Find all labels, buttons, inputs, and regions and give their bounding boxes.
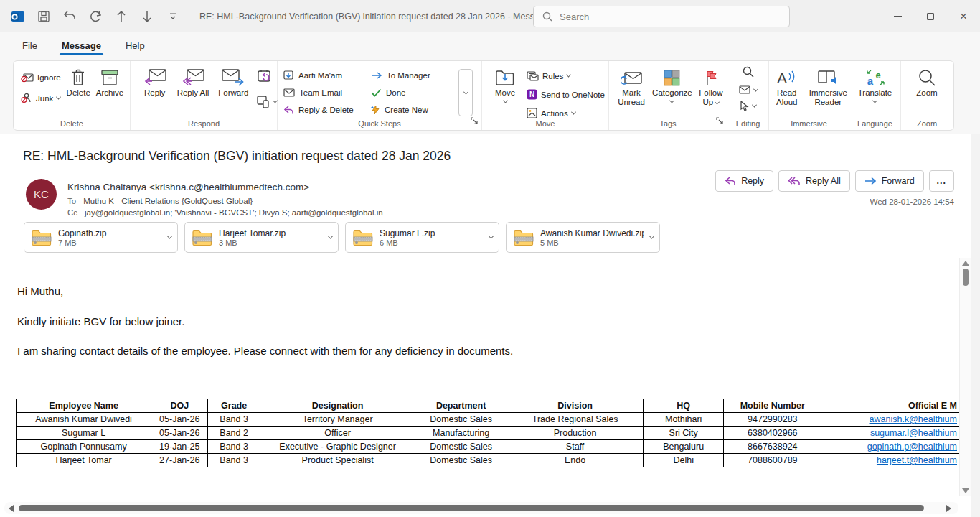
email-link[interactable]: awanish.k@healthium xyxy=(870,414,957,424)
table-row: Sugumar L 05-Jan-26 Band 2 Officer Manuf… xyxy=(17,427,960,440)
cell-mobile: 9472990283 xyxy=(724,413,821,427)
chevron-down-icon[interactable] xyxy=(328,234,333,239)
junk-button[interactable]: Junk xyxy=(21,90,61,106)
cell-doj: 05-Jan-26 xyxy=(151,427,208,440)
attachment-name: Harjeet Tomar.zip xyxy=(219,228,323,238)
ribbon-panel: Ignore Junk Delete Archive Delete xyxy=(13,60,954,131)
mark-unread-button[interactable]: Mark Unread xyxy=(613,65,649,107)
save-icon[interactable] xyxy=(36,9,52,24)
svg-text:e: e xyxy=(875,70,880,80)
to-recipients[interactable]: Muthu K - Client Relations {GoldQuest Gl… xyxy=(83,197,253,205)
rules-button[interactable]: Rules xyxy=(527,67,605,84)
cell-doj: 19-Jan-25 xyxy=(151,440,208,454)
sender-line[interactable]: Krishna Chaitanya <krishna.c@healthiumme… xyxy=(67,182,309,192)
col-department: Department xyxy=(415,399,507,413)
attachment-chip[interactable]: Awanish Kumar Dwivedi.zip 5 MB xyxy=(506,222,660,253)
quick-steps-dialog-launcher[interactable] xyxy=(471,114,478,127)
attachment-size: 3 MB xyxy=(219,238,323,247)
chevron-down-icon[interactable] xyxy=(649,234,654,239)
horizontal-scroll-thumb[interactable] xyxy=(19,505,924,511)
read-aloud-button[interactable]: A Read Aloud xyxy=(769,65,805,107)
forward-header-button[interactable]: Forward xyxy=(855,170,924,192)
quick-step-create-new[interactable]: Create New xyxy=(371,101,456,118)
cell-division: Production xyxy=(507,427,644,440)
scroll-up-arrow-icon[interactable] xyxy=(962,261,969,266)
redo-icon[interactable] xyxy=(88,9,103,24)
sender-avatar[interactable]: KC xyxy=(26,179,57,210)
reply-all-button[interactable]: Reply All xyxy=(176,65,209,110)
send-to-onenote-button[interactable]: N Send to OneNote xyxy=(527,86,605,103)
cc-recipients[interactable]: jay@goldquestglobal.in; 'Vaishnavi - BGV… xyxy=(85,208,383,217)
vertical-scroll-thumb[interactable] xyxy=(963,269,969,286)
rules-icon xyxy=(527,71,539,81)
attachment-chip[interactable]: Harjeet Tomar.zip 3 MB xyxy=(184,222,339,253)
email-link[interactable]: sugumar.l@healthium xyxy=(870,428,957,438)
cell-designation: Territory Manager xyxy=(260,413,415,427)
more-actions-button[interactable]: ... xyxy=(929,170,954,192)
email-link[interactable]: harjeet.t@healthium xyxy=(877,455,957,465)
arrow-right-icon xyxy=(371,71,382,80)
cell-hq: Bengaluru xyxy=(644,440,724,454)
cell-employee-name: Gopinath Ponnusamy xyxy=(17,440,151,454)
tab-message[interactable]: Message xyxy=(52,36,110,55)
chevron-down-icon xyxy=(566,73,571,78)
reply-header-button[interactable]: Reply xyxy=(715,170,773,192)
quick-step-reply-delete[interactable]: Reply & Delete xyxy=(283,101,368,118)
immersive-reader-button[interactable]: Immersive Reader xyxy=(808,65,849,107)
maximize-button[interactable] xyxy=(914,0,947,32)
vertical-scrollbar[interactable] xyxy=(959,258,971,496)
minimize-button[interactable] xyxy=(881,0,914,32)
chevron-down-icon[interactable] xyxy=(489,234,494,239)
search-icon xyxy=(743,66,754,78)
select-button[interactable] xyxy=(740,99,756,112)
cell-email: sugumar.l@healthium xyxy=(821,427,960,440)
related-button[interactable] xyxy=(739,83,758,96)
quick-steps-scroll[interactable] xyxy=(458,69,473,116)
move-up-icon[interactable] xyxy=(113,9,129,24)
share-button[interactable] xyxy=(257,93,277,110)
archive-button[interactable]: Archive xyxy=(96,65,123,106)
attachment-chip[interactable]: Gopinath.zip 7 MB xyxy=(24,222,178,253)
cell-grade: Band 2 xyxy=(208,427,260,440)
follow-up-button[interactable]: Follow Up xyxy=(695,65,727,107)
delete-button[interactable]: Delete xyxy=(67,65,90,106)
envelope-icon xyxy=(283,88,295,97)
reply-all-header-button[interactable]: Reply All xyxy=(778,170,850,192)
scroll-down-arrow-icon[interactable] xyxy=(962,488,969,493)
quick-step-team-email[interactable]: Team Email xyxy=(283,84,368,101)
chevron-down-icon[interactable] xyxy=(167,234,172,239)
tags-dialog-launcher[interactable] xyxy=(716,114,723,127)
quick-step-to-manager[interactable]: To Manager xyxy=(371,67,456,84)
close-button[interactable]: × xyxy=(947,0,980,32)
attachment-name: Awanish Kumar Dwivedi.zip xyxy=(540,228,644,238)
scroll-right-arrow-icon[interactable] xyxy=(946,505,951,512)
ignore-button[interactable]: Ignore xyxy=(21,69,61,85)
svg-text:N: N xyxy=(529,90,534,98)
undo-icon[interactable] xyxy=(62,9,77,24)
horizontal-scrollbar[interactable] xyxy=(4,502,958,514)
attachment-chip[interactable]: Sugumar L.zip 6 MB xyxy=(345,222,499,253)
cell-employee-name: Harjeet Tomar xyxy=(17,454,151,467)
reply-button[interactable]: Reply xyxy=(138,65,171,110)
tab-file[interactable]: File xyxy=(13,36,47,55)
scroll-left-arrow-icon[interactable] xyxy=(9,505,14,512)
customize-toolbar-icon[interactable] xyxy=(165,9,181,24)
flag-icon xyxy=(704,70,718,86)
categorize-button[interactable]: Categorize xyxy=(652,65,692,107)
quick-step-aarti[interactable]: Aarti Ma'am xyxy=(283,67,368,84)
tab-help[interactable]: Help xyxy=(116,36,154,55)
move-down-icon[interactable] xyxy=(139,9,155,24)
quick-step-done[interactable]: Done xyxy=(371,84,456,101)
find-button[interactable] xyxy=(743,66,754,80)
forward-button[interactable]: Forward xyxy=(215,65,253,110)
translate-button[interactable]: ae Translate xyxy=(853,65,897,103)
editing-group-label: Editing xyxy=(727,119,768,128)
cell-doj: 05-Jan-26 xyxy=(151,413,208,427)
cell-employee-name: Sugumar L xyxy=(17,427,151,440)
move-button[interactable]: Move xyxy=(491,65,519,121)
zoom-button[interactable]: Zoom xyxy=(909,65,945,98)
meeting-button[interactable] xyxy=(257,69,277,85)
email-link[interactable]: gopinath.p@healthium xyxy=(867,442,957,452)
title-bar: RE: HML-Background Verification (BGV) in… xyxy=(0,0,980,32)
search-input[interactable]: Search xyxy=(533,6,790,27)
